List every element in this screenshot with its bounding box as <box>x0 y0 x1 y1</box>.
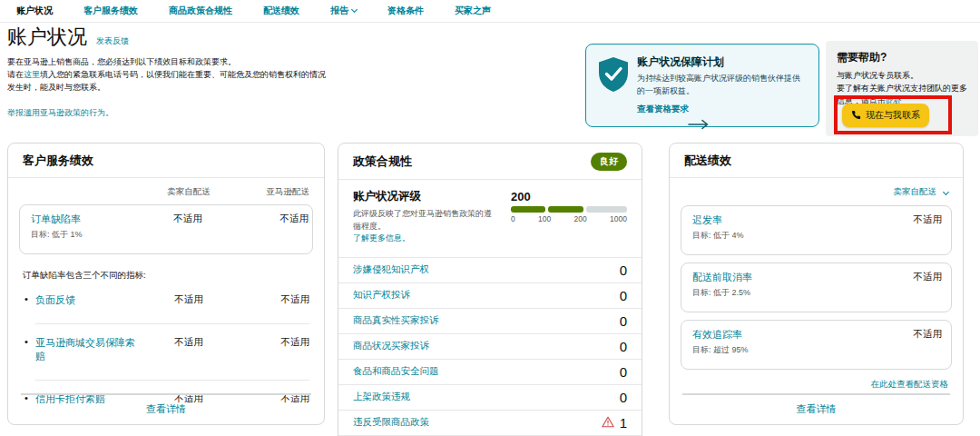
col-amazon-fulfilled: 亚马逊配送 <box>239 186 309 198</box>
bar-segment-green <box>511 206 545 213</box>
tick: 1000 <box>610 214 627 223</box>
col-seller-fulfilled: 卖家自配送 <box>139 186 239 198</box>
page-header: 账户状况 发表反馈 要在亚马逊上销售商品，您必须达到以下绩效目标和政策要求。 请… <box>7 24 330 119</box>
tick: 100 <box>538 214 551 223</box>
warning-icon <box>602 415 614 431</box>
policy-row: 知识产权投诉 0 <box>338 283 642 309</box>
policy-item-value: 0 <box>620 390 627 405</box>
assurance-banner: 账户状况保障计划 为持续达到较高账户状况评级的销售伙伴提供的一项新权益。 查看资… <box>585 44 819 127</box>
metric-row: 亚马逊商城交易保障索赔 不适用 不适用 <box>8 324 324 380</box>
assurance-body: 为持续达到较高账户状况评级的销售伙伴提供的一项新权益。 <box>637 73 808 97</box>
shipping-metric-box: 配送前取消率 目标: 低于 2.5% 不适用 <box>681 263 952 312</box>
chevron-down-icon <box>351 6 358 13</box>
metric-seller-value: 不适用 <box>139 293 239 306</box>
metric-target: 目标: 超过 95% <box>692 344 749 356</box>
spacer <box>23 186 139 198</box>
metric-amazon-value: 不适用 <box>239 293 309 306</box>
a-to-z-claims-link[interactable]: 亚马逊商城交易保障索赔 <box>23 336 139 363</box>
customer-service-card-title: 客户服务绩效 <box>8 144 324 178</box>
odr-note: 订单缺陷率包含三个不同的指标: <box>23 270 309 282</box>
chevron-down-icon <box>943 189 949 195</box>
policy-row: 商品状况买家投诉 0 <box>338 334 642 360</box>
policy-row: 商品真实性买家投诉 0 <box>338 309 642 334</box>
shipping-performance-card: 配送绩效 卖家自配送 迟发率 目标: 低于 4% 不适用 配送前取消率 目标: … <box>669 143 964 425</box>
policy-item-link[interactable]: 商品状况买家投诉 <box>353 340 429 352</box>
policy-item-link[interactable]: 涉嫌侵犯知识产权 <box>353 263 429 276</box>
assurance-eligibility-link[interactable]: 查看资格要求 <box>637 104 689 115</box>
shipping-metric-box: 有效追踪率 目标: 超过 95% 不适用 <box>681 320 952 370</box>
metric-label-group: 有效追踪率 目标: 超过 95% <box>692 328 749 356</box>
account-health-page: 账户状况 客户服务绩效 商品政策合规性 配送绩效 报告 资格条件 买家之声 账户… <box>0 0 980 436</box>
view-details-link[interactable]: 查看详情 <box>8 395 324 424</box>
tab-product-policy[interactable]: 商品政策合规性 <box>169 5 232 17</box>
feedback-link[interactable]: 发表反馈 <box>96 35 129 47</box>
shield-check-icon <box>598 57 629 95</box>
policy-item-value: 0 <box>620 364 627 380</box>
report-abuse-link[interactable]: 举报滥用亚马逊政策的行为。 <box>7 107 330 119</box>
shipping-metric-box: 迟发率 目标: 低于 4% 不适用 <box>681 205 952 255</box>
odr-seller-value: 不适用 <box>138 213 238 241</box>
policy-item-link[interactable]: 违反受限商品政策 <box>353 416 429 429</box>
metric-target: 目标: 低于 4% <box>692 230 744 242</box>
bar-segment-green <box>548 206 583 213</box>
policy-item-link[interactable]: 知识产权投诉 <box>353 289 410 302</box>
negative-feedback-link[interactable]: 负面反馈 <box>23 293 139 307</box>
channel-selector[interactable]: 卖家自配送 <box>670 178 963 198</box>
metric-label-group: 迟发率 目标: 低于 4% <box>692 213 744 242</box>
here-link[interactable]: 这里 <box>24 70 40 79</box>
help-line1: 与账户状况专员联系。 <box>837 71 918 80</box>
policy-item-link[interactable]: 上架政策违规 <box>353 391 410 403</box>
rating-desc-text: 此评级反映了您对亚马逊销售政策的遵循程度。 <box>353 209 492 231</box>
policy-item-count: 1 <box>620 415 627 431</box>
tab-reports[interactable]: 报告 <box>330 5 357 17</box>
policy-card-title: 政策合规性 <box>353 154 412 170</box>
rating-desc: 此评级反映了您对亚马逊销售政策的遵循程度。了解更多信息。 <box>353 208 496 245</box>
late-shipment-rate-link[interactable]: 迟发率 <box>692 213 744 227</box>
rating-bar <box>511 206 627 213</box>
odr-label-group: 订单缺陷率 目标: 低于 1% <box>31 213 138 241</box>
tab-shipping-performance[interactable]: 配送绩效 <box>263 5 299 17</box>
arrow-right-icon[interactable] <box>688 117 710 134</box>
odr-target: 目标: 低于 1% <box>31 229 138 241</box>
policy-item-value: 0 <box>620 288 627 303</box>
learn-more-link[interactable]: 了解更多信息。 <box>353 233 410 243</box>
rating-title: 账户状况评级 <box>353 189 496 204</box>
policy-item-value: 0 <box>620 313 627 329</box>
intro-line1: 要在亚马逊上销售商品，您必须达到以下绩效目标和政策要求。 <box>7 57 236 66</box>
contact-me-button[interactable]: 现在与我联系 <box>842 104 929 127</box>
odr-link[interactable]: 订单缺陷率 <box>31 213 138 226</box>
tab-eligibility[interactable]: 资格条件 <box>387 5 424 17</box>
tick: 200 <box>574 214 587 223</box>
customer-service-card: 客户服务绩效 卖家自配送 亚马逊配送 订单缺陷率 目标: 低于 1% 不适用 不… <box>7 143 325 425</box>
tab-customer-service[interactable]: 客户服务绩效 <box>83 5 138 17</box>
policy-item-link[interactable]: 商品真实性买家投诉 <box>353 314 439 327</box>
pre-fulfillment-cancel-rate-link[interactable]: 配送前取消率 <box>692 271 752 284</box>
tab-reports-label: 报告 <box>330 5 348 15</box>
rating-score: 200 <box>511 190 627 203</box>
policy-row: 违反受限商品政策 1 <box>338 411 642 436</box>
channel-selector-label: 卖家自配送 <box>894 186 937 198</box>
page-title: 账户状况 <box>7 24 87 51</box>
intro-line2-pre: 请在 <box>7 70 24 79</box>
top-nav: 账户状况 客户服务绩效 商品政策合规性 配送绩效 报告 资格条件 买家之声 <box>0 0 980 23</box>
tick: 0 <box>511 214 515 223</box>
policy-item-link[interactable]: 食品和商品安全问题 <box>353 365 439 378</box>
tab-account-health[interactable]: 账户状况 <box>16 5 53 17</box>
rating-text-group: 账户状况评级 此评级反映了您对亚马逊销售政策的遵循程度。了解更多信息。 <box>353 189 496 245</box>
policy-item-value-warning: 1 <box>602 415 627 431</box>
valid-tracking-rate-link[interactable]: 有效追踪率 <box>692 328 749 342</box>
title-row: 账户状况 发表反馈 <box>7 24 330 51</box>
metric-label-group: 配送前取消率 目标: 低于 2.5% <box>692 271 752 299</box>
metric-value: 不适用 <box>914 328 943 356</box>
order-defect-rate-box: 订单缺陷率 目标: 低于 1% 不适用 不适用 <box>19 204 313 254</box>
policy-row: 涉嫌侵犯知识产权 0 <box>338 258 642 283</box>
metric-target: 目标: 低于 2.5% <box>692 287 752 299</box>
account-health-rating: 账户状况评级 此评级反映了您对亚马逊销售政策的遵循程度。了解更多信息。 200 … <box>338 180 642 258</box>
assurance-title: 账户状况保障计划 <box>637 54 808 70</box>
help-title: 需要帮助? <box>837 50 967 65</box>
metric-seller-value: 不适用 <box>139 336 239 349</box>
policy-card-header: 政策合规性 良好 <box>338 144 642 180</box>
phone-icon <box>851 110 861 122</box>
tab-voice-of-customer[interactable]: 买家之声 <box>455 5 491 17</box>
view-details-link[interactable]: 查看详情 <box>670 395 963 424</box>
